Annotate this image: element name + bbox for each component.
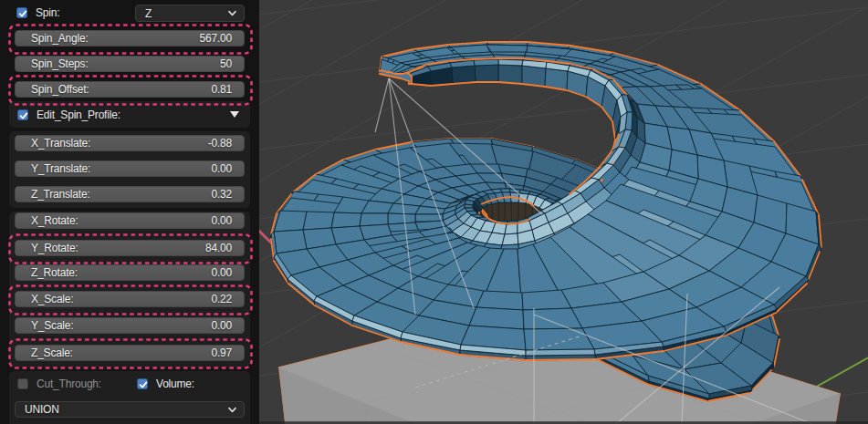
blender-window: Spin: Z Edit_Spin_Profile: Cut_Through: [0,0,868,424]
field-label: Y_Rotate: [31,242,205,254]
spin-axis-value: Z [145,7,227,20]
spin-axis-dropdown[interactable]: Z [135,5,245,22]
boolean-operation-dropdown[interactable]: UNION [15,401,245,418]
field-value: 0.22 [211,293,232,305]
chevron-down-icon [227,8,237,18]
field-z_translate[interactable]: Z_Translate:0.32 [15,186,245,202]
field-z_scale[interactable]: Z_Scale:0.97 [15,345,245,361]
field-spin_offset[interactable]: Spin_Offset:0.81 [15,81,245,98]
field-label: Y_Scale: [31,319,211,332]
cut-through-checkbox[interactable] [17,378,28,389]
field-spin_angle[interactable]: Spin_Angle:567.00 [15,30,245,47]
field-x_scale[interactable]: X_Scale:0.22 [15,291,245,307]
edit-spin-profile-label: Edit_Spin_Profile: [37,109,120,121]
edit-spin-profile-row: Edit_Spin_Profile: [17,109,120,121]
field-label: Z_Translate: [31,188,211,201]
edit-spin-profile-box: Edit_Spin_Profile: [9,101,250,128]
field-value: 0.00 [211,266,232,279]
field-label: X_Translate: [31,137,208,150]
field-label: Z_Rotate: [31,266,211,279]
addon-properties-panel: Spin: Z Edit_Spin_Profile: Cut_Through: [0,0,259,424]
edit-spin-profile-checkbox[interactable] [17,109,28,120]
field-y_translate[interactable]: Y_Translate:0.00 [15,160,245,177]
field-x_translate[interactable]: X_Translate:-0.88 [15,135,245,151]
boolean-group-box: Cut_Through: Volume: UNION [9,371,250,424]
volume-row: Volume: [137,377,194,390]
field-label: X_Scale: [31,293,211,305]
cut-through-label: Cut_Through: [37,377,101,390]
field-value: 50 [220,57,232,70]
field-label: Spin_Angle: [31,32,199,45]
chevron-down-icon [227,405,237,415]
field-z_rotate[interactable]: Z_Rotate:0.00 [15,264,245,281]
collapse-triangle-icon[interactable] [230,111,239,118]
spin-label: Spin: [36,6,59,19]
volume-label: Volume: [156,377,194,390]
field-value: 0.00 [211,214,232,227]
viewport-3d[interactable]: .grid{stroke:#474747;stroke-width:1}.gui… [259,0,868,424]
field-y_scale[interactable]: Y_Scale:0.00 [15,317,245,334]
field-value: 0.81 [211,83,232,96]
volume-checkbox[interactable] [137,378,148,389]
field-label: Z_Scale: [31,346,211,359]
spin-checkbox[interactable] [16,7,27,18]
field-value: -0.88 [208,137,232,150]
field-value: 0.32 [211,188,232,201]
field-x_rotate[interactable]: X_Rotate:0.00 [15,212,245,229]
field-value: 84.00 [205,242,232,254]
field-y_rotate[interactable]: Y_Rotate:84.00 [15,240,245,256]
field-label: X_Rotate: [31,214,211,227]
cut-through-row: Cut_Through: [17,377,101,390]
spin-checkbox-row: Spin: [16,6,59,19]
field-value: 567.00 [199,32,232,45]
field-label: Spin_Offset: [31,83,211,96]
field-value: 0.00 [211,319,232,332]
field-spin_steps[interactable]: Spin_Steps:50 [15,56,245,72]
viewport-render[interactable]: .grid{stroke:#474747;stroke-width:1}.gui… [259,0,868,424]
boolean-operation-value: UNION [25,403,227,416]
field-value: 0.00 [211,162,232,175]
field-value: 0.97 [211,346,232,359]
field-label: Spin_Steps: [31,57,220,70]
field-label: Y_Translate: [31,162,211,175]
